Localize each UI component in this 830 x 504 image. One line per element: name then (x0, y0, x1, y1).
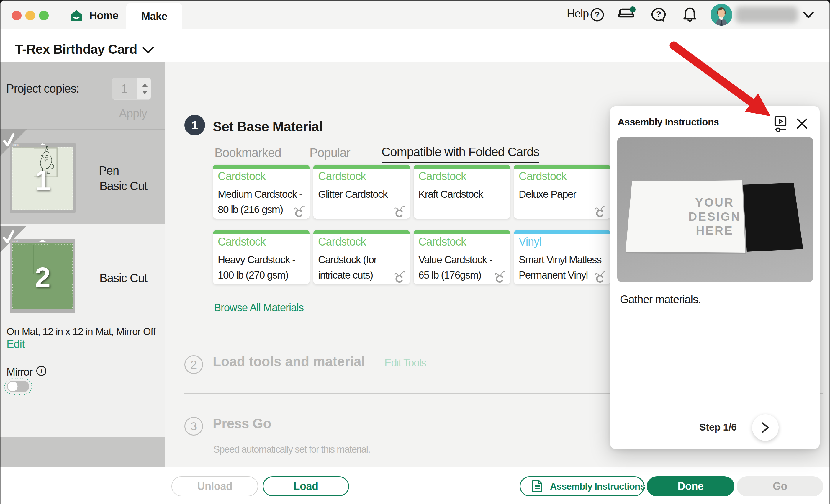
svg-text:cricut: cricut (12, 240, 18, 243)
svg-text:DESIGN: DESIGN (689, 210, 741, 223)
svg-text:?: ? (656, 9, 661, 19)
svg-text:?: ? (595, 10, 600, 19)
svg-text:cricut: cricut (12, 144, 19, 146)
svg-text:HERE: HERE (696, 224, 733, 237)
svg-text:YOUR: YOUR (695, 196, 734, 209)
svg-text:i: i (40, 367, 42, 375)
